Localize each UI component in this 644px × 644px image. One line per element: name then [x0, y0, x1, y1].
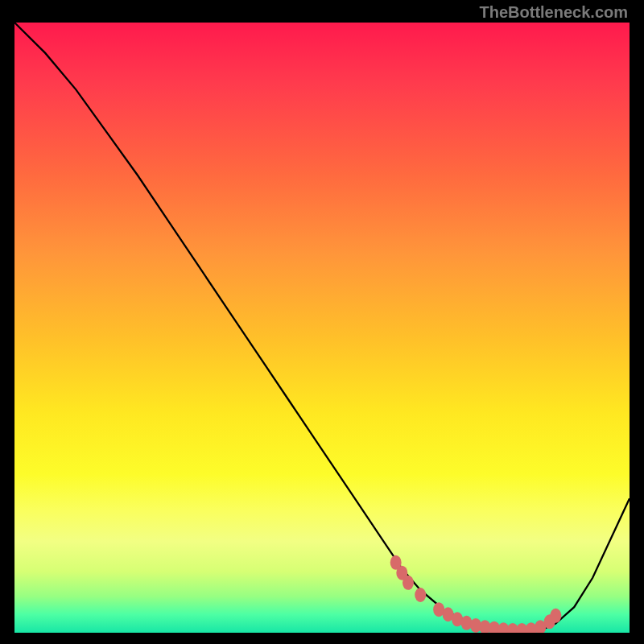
- attribution-text: TheBottleneck.com: [480, 3, 628, 22]
- marker-dot: [415, 588, 426, 602]
- plot-area: [14, 23, 630, 633]
- marker-dot: [550, 609, 561, 623]
- curve-markers: [390, 555, 562, 633]
- curve-svg: [14, 23, 630, 633]
- bottleneck-curve: [14, 23, 630, 631]
- marker-dot: [402, 576, 414, 590]
- chart-frame: TheBottleneck.com: [0, 0, 644, 644]
